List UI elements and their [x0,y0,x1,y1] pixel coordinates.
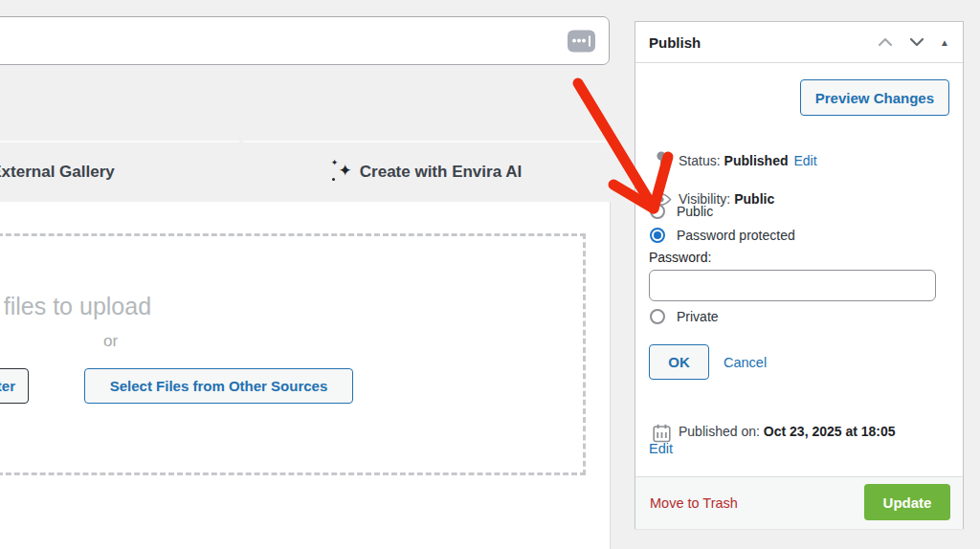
dropzone-heading: Drag and drop files to upload [0,293,151,320]
password-label: Password: [649,250,711,265]
autofill-more-icon[interactable] [568,30,595,52]
sparkles-icon: ✦✦ [331,162,350,183]
radio-option-public[interactable]: Public [635,204,713,219]
radio-public-label: Public [677,204,713,219]
publish-metabox: Publish ▲ Preview Changes Status: Publis… [635,21,964,529]
status-label: Status: [679,153,721,168]
password-input[interactable] [649,270,936,301]
published-on-edit-link[interactable]: Edit [649,441,673,456]
published-on-row: Published on: Oct 23, 2025 at 18:05 [635,424,896,443]
gallery-source-tabbar: External Gallery ✦✦ Create with Envira A… [0,141,610,202]
collapse-toggle-icon[interactable]: ▲ [940,37,949,48]
visibility-value: Public [734,191,774,207]
drag-drop-zone[interactable] [0,233,586,475]
move-up-icon[interactable] [877,36,894,48]
radio-option-private[interactable]: Private [635,309,719,324]
radio-public[interactable] [650,204,665,219]
preview-changes-button[interactable]: Preview Changes [800,79,949,116]
status-row: Status: Published Edit [635,151,817,169]
publish-header: Publish ▲ [635,22,963,63]
ok-button[interactable]: OK [649,344,709,380]
cancel-link[interactable]: Cancel [724,355,767,370]
radio-option-password-protected[interactable]: Password protected [635,228,795,243]
gallery-title-field [0,16,610,65]
dropzone-or-separator: or [103,332,118,351]
status-edit-link[interactable]: Edit [794,153,817,168]
published-on-label: Published on: [679,424,760,439]
move-to-trash-link[interactable]: Move to Trash [650,495,738,511]
tab-envira-ai-label: Create with Envira AI [360,163,522,182]
calendar-icon [648,424,675,443]
move-down-icon[interactable] [908,36,925,48]
tab-external-gallery[interactable]: External Gallery [0,141,239,202]
tab-create-with-envira-ai[interactable]: ✦✦ Create with Envira AI [243,141,610,202]
pin-status-icon [648,151,675,169]
published-on-value: Oct 23, 2025 at 18:05 [764,424,896,439]
publishing-actions-footer: Move to Trash Update [635,476,963,529]
update-button[interactable]: Update [864,484,950,520]
status-value: Published [724,153,789,168]
select-files-computer-button[interactable]: Select Files from Your Computer [0,368,29,404]
radio-password-protected[interactable] [650,228,665,243]
radio-private-label: Private [677,309,719,324]
tab-external-gallery-label: External Gallery [0,163,115,182]
radio-password-protected-label: Password protected [677,228,795,243]
gallery-title-input[interactable] [0,17,609,64]
radio-private[interactable] [650,309,665,324]
publish-title: Publish [649,34,701,51]
select-files-other-sources-button[interactable]: Select Files from Other Sources [84,368,353,404]
